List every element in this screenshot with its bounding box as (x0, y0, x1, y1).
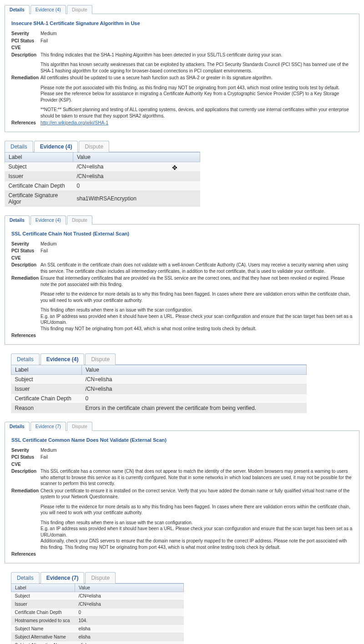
tabs-2: Details Evidence (4) Dispute (5, 215, 359, 225)
table-row: Subject/CN=elisha (5, 162, 200, 171)
tab-dispute[interactable]: Dispute (67, 5, 92, 14)
label-references: References (11, 332, 40, 339)
tab-evidence[interactable]: Evidence (4) (30, 215, 66, 225)
evidence-panel-1: Details Evidence (4) Dispute Label Value… (5, 140, 200, 207)
col-label: Label (11, 365, 82, 374)
value-remediation: Check your certificate to ensure it is i… (40, 488, 353, 551)
label-description: Description (11, 262, 40, 274)
evidence-table: Label Value Subject/CN=elisha Issuer/CN=… (5, 152, 200, 207)
details-body-3: SSL Certificate Common Name Does Not Val… (5, 431, 359, 563)
evidence-panel-2: Details Evidence (4) Dispute Label Value… (11, 353, 307, 413)
value-remediation: Ensure that intermediary certificates th… (40, 275, 353, 332)
evidence-body-3: Label Value Subject/CN=elisha Issuer/CN=… (11, 583, 184, 644)
col-value: Value (73, 152, 200, 162)
label-references: References (11, 551, 40, 557)
label-severity: Severity (11, 241, 40, 247)
tab-details[interactable]: Details (5, 215, 30, 225)
value-remediation: All certificates should be updated to us… (40, 75, 353, 119)
table-row: Subject/CN=elisha (11, 592, 184, 600)
finding-panel-2: Details Evidence (4) Dispute SSL Certifi… (5, 215, 359, 345)
label-cve: CVE (11, 45, 40, 51)
col-label: Label (5, 152, 73, 162)
tab-evidence[interactable]: Evidence (4) (40, 353, 85, 365)
tab-dispute[interactable]: Dispute (85, 353, 116, 365)
tab-evidence[interactable]: Evidence (4) (34, 141, 78, 152)
table-row: Certificate Signature Algorsha1WithRSAEn… (5, 190, 200, 206)
value-description: An SSL certificate in the certificate ch… (40, 262, 353, 274)
value-cve (40, 45, 353, 51)
tab-details[interactable]: Details (5, 141, 33, 152)
tabs-evidence-2: Details Evidence (4) Dispute (11, 353, 307, 365)
finding-panel-3: Details Evidence (7) Dispute SSL Certifi… (5, 421, 359, 563)
value-references: http://en.wikipedia.org/wiki/SHA-1 (40, 120, 353, 126)
tab-evidence[interactable]: Evidence (7) (30, 422, 66, 431)
tabs-3: Details Evidence (7) Dispute (5, 421, 359, 431)
table-row: Issuer/CN=elisha (5, 171, 200, 181)
value-pci-status: Fail (40, 248, 353, 254)
value-pci-status: Fail (40, 38, 353, 44)
table-row: Subject Alternative Nameelisha (11, 633, 184, 641)
tabs-evidence-3: Details Evidence (7) Dispute (11, 572, 184, 583)
table-row: Subject Nameelisha (11, 624, 184, 633)
label-pci-status: PCI Status (11, 38, 40, 44)
table-row: Certificate Chain Depth0 (11, 608, 184, 616)
finding-title: SSL Certificate Chain Not Trusted (Exter… (11, 231, 353, 236)
value-references (40, 332, 353, 339)
evidence-panel-3: Details Evidence (7) Dispute Label Value… (11, 572, 184, 644)
label-description: Description (11, 52, 40, 74)
table-row: Issuer/CN=elisha (11, 384, 307, 394)
value-severity: Medium (40, 447, 353, 454)
evidence-table: Label Value Subject/CN=elisha Issuer/CN=… (11, 583, 184, 644)
value-description: This finding indicates that the SHA-1 Ha… (40, 52, 353, 74)
tab-details[interactable]: Details (11, 353, 40, 365)
finding-title: Insecure SHA-1 Certificate Signature Alg… (11, 20, 353, 26)
table-row: Subject Alternative Nameelisha. (11, 641, 184, 644)
evidence-body-1: Label Value Subject/CN=elisha Issuer/CN=… (5, 152, 200, 207)
table-row: Certificate Chain Depth0 (5, 181, 200, 190)
label-remediation: Remediation (11, 275, 40, 332)
table-row: Certificate Chain Depth0 (11, 394, 307, 403)
tab-dispute[interactable]: Dispute (67, 422, 92, 431)
details-body-2: SSL Certificate Chain Not Trusted (Exter… (5, 225, 359, 345)
value-references (40, 551, 353, 557)
tabs-evidence-1: Details Evidence (4) Dispute (5, 140, 200, 152)
table-row: Subject/CN=elisha (11, 374, 307, 384)
label-severity: Severity (11, 31, 40, 37)
reference-link[interactable]: http://en.wikipedia.org/wiki/SHA-1 (40, 120, 108, 125)
tab-evidence[interactable]: Evidence (7) (40, 572, 85, 583)
value-cve (40, 255, 353, 261)
tab-dispute[interactable]: Dispute (79, 141, 109, 152)
value-cve (40, 461, 353, 468)
col-label: Label (11, 583, 75, 592)
value-pci-status: Fail (40, 454, 353, 460)
label-description: Description (11, 468, 40, 487)
tab-details[interactable]: Details (5, 422, 30, 431)
col-value: Value (75, 583, 184, 592)
value-severity: Medium (40, 241, 353, 247)
label-pci-status: PCI Status (11, 248, 40, 254)
label-cve: CVE (11, 461, 40, 468)
table-row: Hostnames provided to sca104. (11, 616, 184, 624)
label-cve: CVE (11, 255, 40, 261)
tabs-1: Details Evidence (4) Dispute (5, 5, 359, 14)
details-body-1: Insecure SHA-1 Certificate Signature Alg… (5, 14, 359, 132)
tab-details[interactable]: Details (11, 572, 40, 583)
col-value: Value (82, 365, 307, 374)
tab-dispute[interactable]: Dispute (85, 572, 116, 583)
label-remediation: Remediation (11, 75, 40, 119)
finding-title: SSL Certificate Common Name Does Not Val… (11, 437, 353, 443)
label-remediation: Remediation (11, 488, 40, 551)
table-row: Issuer/CN=elisha (11, 600, 184, 608)
value-description: This SSL certificate has a common name (… (40, 468, 353, 487)
tab-details[interactable]: Details (5, 5, 30, 14)
label-references: References (11, 120, 40, 126)
label-pci-status: PCI Status (11, 454, 40, 460)
evidence-body-2: Label Value Subject/CN=elisha Issuer/CN=… (11, 365, 307, 413)
finding-panel-1: Details Evidence (4) Dispute Insecure SH… (5, 5, 359, 132)
label-severity: Severity (11, 447, 40, 454)
tab-dispute[interactable]: Dispute (67, 215, 92, 225)
table-row: ReasonErrors in the certificate chain pr… (11, 403, 307, 413)
evidence-table: Label Value Subject/CN=elisha Issuer/CN=… (11, 365, 307, 413)
value-severity: Medium (40, 31, 353, 37)
tab-evidence[interactable]: Evidence (4) (30, 5, 66, 14)
